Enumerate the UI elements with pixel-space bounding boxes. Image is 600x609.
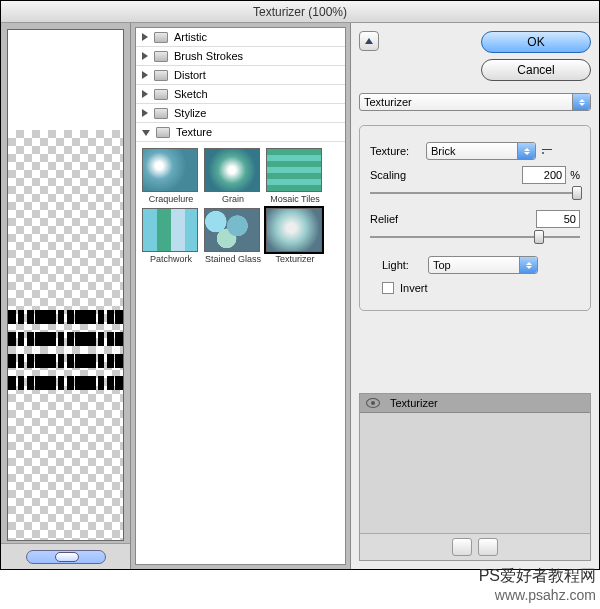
relief-slider[interactable]: [370, 230, 580, 244]
visibility-eye-icon[interactable]: [366, 398, 380, 408]
thumb-texturizer[interactable]: Texturizer: [266, 208, 324, 264]
thumb-preview: [204, 208, 260, 252]
texture-select-value: Brick: [431, 145, 455, 157]
watermark-line2: www.psahz.com: [479, 587, 596, 603]
scrollbar-track[interactable]: [26, 550, 106, 564]
collapse-button[interactable]: [359, 31, 379, 51]
scaling-label: Scaling: [370, 169, 522, 181]
disclosure-triangle-icon: [142, 71, 148, 79]
invert-checkbox[interactable]: [382, 282, 394, 294]
thumb-mosaic-tiles[interactable]: Mosaic Tiles: [266, 148, 324, 204]
thumb-label: Stained Glass: [204, 254, 262, 264]
thumb-preview: [204, 148, 260, 192]
thumb-stained-glass[interactable]: Stained Glass: [204, 208, 262, 264]
chevron-up-icon: [365, 38, 373, 44]
relief-label: Relief: [370, 213, 536, 225]
texture-label: Texture:: [370, 145, 426, 157]
scaling-input[interactable]: 200: [522, 166, 566, 184]
category-label: Sketch: [174, 88, 208, 100]
scaling-unit: %: [570, 169, 580, 181]
thumb-patchwork[interactable]: Patchwork: [142, 208, 200, 264]
scrollbar-thumb[interactable]: [55, 552, 79, 562]
thumb-craquelure[interactable]: Craquelure: [142, 148, 200, 204]
category-label: Artistic: [174, 31, 207, 43]
effects-body: [360, 413, 590, 533]
disclosure-triangle-icon: [142, 109, 148, 117]
disclosure-triangle-icon: [142, 52, 148, 60]
texturizer-dialog: Texturizer (100%) Artistic Brush Strokes…: [0, 0, 600, 570]
settings-pane: OK Cancel Texturizer Texture: Brick: [351, 23, 599, 569]
folder-icon: [154, 70, 168, 81]
thumb-label: Craquelure: [142, 194, 200, 204]
dropdown-arrows-icon: [519, 257, 537, 273]
category-label: Texture: [176, 126, 212, 138]
category-sketch[interactable]: Sketch: [136, 85, 345, 104]
category-brush-strokes[interactable]: Brush Strokes: [136, 47, 345, 66]
thumb-preview: [266, 148, 322, 192]
texture-select[interactable]: Brick: [426, 142, 536, 160]
preview-pane: [1, 23, 131, 569]
folder-icon: [154, 108, 168, 119]
preview-scrollbar[interactable]: [1, 543, 130, 569]
filter-category-pane: Artistic Brush Strokes Distort Sketch St…: [131, 23, 351, 569]
thumb-preview: [142, 208, 198, 252]
watermark-line1: PS爱好者教程网: [479, 566, 596, 587]
light-label: Light:: [382, 259, 428, 271]
effects-panel: Texturizer: [359, 393, 591, 561]
filter-select[interactable]: Texturizer: [359, 93, 591, 111]
thumb-preview: [266, 208, 322, 252]
thumb-label: Grain: [204, 194, 262, 204]
watermark: PS爱好者教程网 www.psahz.com: [479, 566, 596, 603]
scaling-slider[interactable]: [370, 186, 580, 200]
folder-icon: [154, 89, 168, 100]
thumb-label: Texturizer: [266, 254, 324, 264]
thumb-preview: [142, 148, 198, 192]
flyout-menu-icon[interactable]: [542, 149, 552, 154]
disclosure-triangle-icon: [142, 90, 148, 98]
dialog-title: Texturizer (100%): [1, 1, 599, 23]
thumb-label: Mosaic Tiles: [266, 194, 324, 204]
filter-category-list[interactable]: Artistic Brush Strokes Distort Sketch St…: [135, 27, 346, 565]
category-texture[interactable]: Texture: [136, 123, 345, 142]
disclosure-triangle-icon: [142, 130, 150, 136]
dropdown-arrows-icon: [517, 143, 535, 159]
filter-thumbnails: Craquelure Grain Mosaic Tiles Patchwork …: [136, 142, 345, 270]
light-select-value: Top: [433, 259, 451, 271]
texture-group: Texture: Brick Scaling 200 % Relief 50: [359, 125, 591, 311]
preview-canvas[interactable]: [7, 29, 124, 541]
category-distort[interactable]: Distort: [136, 66, 345, 85]
folder-icon: [156, 127, 170, 138]
new-effect-button[interactable]: [452, 538, 472, 556]
folder-icon: [154, 32, 168, 43]
thumb-label: Patchwork: [142, 254, 200, 264]
disclosure-triangle-icon: [142, 33, 148, 41]
effect-layer-row[interactable]: Texturizer: [360, 394, 590, 413]
light-select[interactable]: Top: [428, 256, 538, 274]
folder-icon: [154, 51, 168, 62]
relief-input[interactable]: 50: [536, 210, 580, 228]
ok-button[interactable]: OK: [481, 31, 591, 53]
dropdown-arrows-icon: [572, 94, 590, 110]
dialog-content: Artistic Brush Strokes Distort Sketch St…: [1, 23, 599, 569]
filter-select-value: Texturizer: [364, 96, 412, 108]
thumb-grain[interactable]: Grain: [204, 148, 262, 204]
effect-layer-name: Texturizer: [390, 397, 438, 409]
category-label: Brush Strokes: [174, 50, 243, 62]
category-stylize[interactable]: Stylize: [136, 104, 345, 123]
category-label: Stylize: [174, 107, 206, 119]
category-artistic[interactable]: Artistic: [136, 28, 345, 47]
cancel-button[interactable]: Cancel: [481, 59, 591, 81]
category-label: Distort: [174, 69, 206, 81]
preview-art: [8, 310, 123, 410]
invert-label: Invert: [400, 282, 428, 294]
delete-effect-button[interactable]: [478, 538, 498, 556]
